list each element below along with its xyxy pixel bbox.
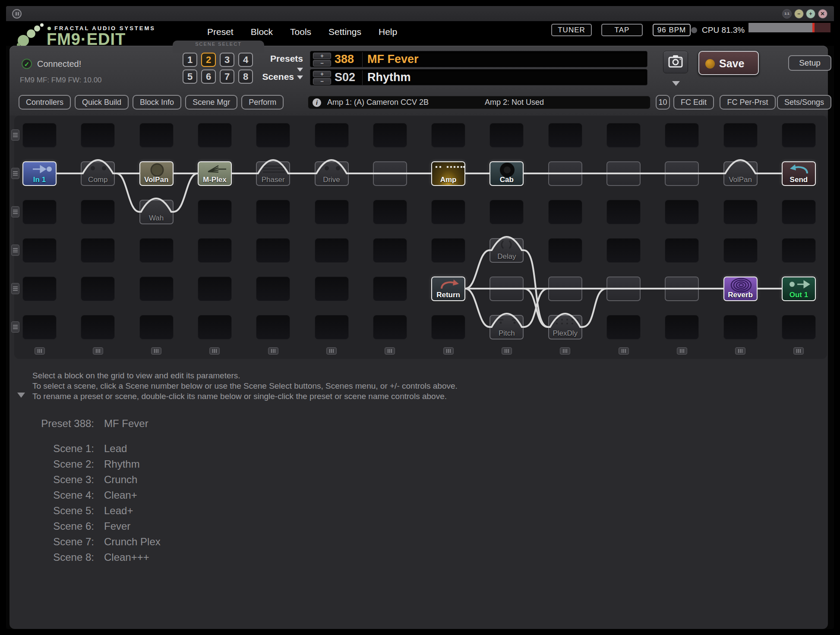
grid-cell[interactable] <box>373 315 407 340</box>
grid-cell[interactable] <box>198 238 232 263</box>
shunt-block[interactable] <box>373 161 407 186</box>
grid-cell[interactable] <box>198 200 232 224</box>
column-handle[interactable] <box>793 347 804 355</box>
column-handle[interactable] <box>209 347 220 355</box>
row-handle[interactable] <box>11 206 19 217</box>
grid-cell[interactable] <box>489 123 524 148</box>
column-handle[interactable] <box>268 347 278 355</box>
menu-help[interactable]: Help <box>379 27 397 37</box>
block-pitch[interactable]: Pitch <box>489 315 524 340</box>
shunt-block[interactable] <box>665 161 699 186</box>
grid-cell[interactable] <box>431 200 465 224</box>
grid-cell[interactable] <box>315 315 349 340</box>
toolbar-block-info[interactable]: Block Info <box>133 95 181 110</box>
column-handle[interactable] <box>560 347 570 355</box>
grid-cell[interactable] <box>81 277 115 301</box>
scene-increment-button[interactable]: + <box>313 71 331 77</box>
block-delay[interactable]: Delay <box>489 238 524 263</box>
grid-cell[interactable] <box>81 200 115 224</box>
footer-scene-2-name[interactable]: Rhythm <box>104 458 140 470</box>
footer-scene-1-name[interactable]: Lead <box>104 443 127 455</box>
block-volpan[interactable]: VolPan <box>723 161 758 186</box>
grid-cell[interactable] <box>665 315 699 340</box>
grid-cell[interactable] <box>548 123 582 148</box>
grid-cell[interactable] <box>315 123 349 148</box>
block-return[interactable]: Return <box>431 277 465 301</box>
grid-cell[interactable] <box>723 123 758 148</box>
setup-button[interactable]: Setup <box>788 55 831 71</box>
scene-button-1[interactable]: 1 <box>183 53 197 67</box>
scene-button-2[interactable]: 2 <box>201 53 216 67</box>
snapshot-button[interactable] <box>663 51 688 73</box>
grid-cell[interactable] <box>489 200 524 224</box>
grid-cell[interactable] <box>606 238 641 263</box>
block-volpan[interactable]: VolPan <box>139 161 174 186</box>
toolbar-scene-mgr[interactable]: Scene Mgr <box>185 95 237 110</box>
grid-cell[interactable] <box>198 277 232 301</box>
shunt-block[interactable] <box>548 161 582 186</box>
column-handle[interactable] <box>735 347 745 355</box>
footer-scene-7-name[interactable]: Crunch Plex <box>104 536 161 548</box>
block-wah[interactable]: Wah <box>139 200 174 224</box>
grid-cell[interactable] <box>315 238 349 263</box>
column-handle[interactable] <box>35 347 45 355</box>
scene-button-7[interactable]: 7 <box>220 69 234 84</box>
grid-cell[interactable] <box>81 315 115 340</box>
grid-cell[interactable] <box>373 123 407 148</box>
shunt-block[interactable] <box>606 277 641 301</box>
close-icon[interactable]: ✕ <box>818 9 827 19</box>
grid-cell[interactable] <box>723 238 758 263</box>
grid-cell[interactable] <box>22 238 57 263</box>
bpm-display[interactable]: 96 BPM <box>653 24 691 36</box>
grid-cell[interactable] <box>22 277 57 301</box>
shunt-block[interactable] <box>548 277 582 301</box>
shunt-block[interactable] <box>489 277 524 301</box>
scene-button-4[interactable]: 4 <box>238 53 253 67</box>
grid-cell[interactable] <box>256 238 290 263</box>
column-handle[interactable] <box>619 347 629 355</box>
grid-cell[interactable] <box>22 123 57 148</box>
scene-name[interactable]: Rhythm <box>367 71 411 84</box>
grid-cell[interactable] <box>782 123 816 148</box>
column-handle[interactable] <box>93 347 103 355</box>
row-handle[interactable] <box>11 283 19 294</box>
block-send[interactable]: Send <box>782 161 816 186</box>
scene-button-6[interactable]: 6 <box>201 69 216 84</box>
tap-button[interactable]: TAP <box>601 24 643 36</box>
grid-cell[interactable] <box>256 200 290 224</box>
grid-cell[interactable] <box>606 123 641 148</box>
block-in-1[interactable]: In 1 <box>22 161 57 186</box>
grid-cell[interactable] <box>431 315 465 340</box>
grid-cell[interactable] <box>373 277 407 301</box>
grid-cell[interactable] <box>198 123 232 148</box>
grid-cell[interactable] <box>256 315 290 340</box>
shunt-block[interactable] <box>606 161 641 186</box>
grid-cell[interactable] <box>256 277 290 301</box>
toolbar-10[interactable]: 10 <box>656 95 670 110</box>
preset-increment-button[interactable]: + <box>313 53 331 59</box>
block-cab[interactable]: Cab <box>489 161 524 186</box>
block-out-1[interactable]: Out 1 <box>782 277 816 301</box>
zoom-in-icon[interactable]: + <box>806 9 815 19</box>
scene-display[interactable]: + − S02 Rhythm <box>310 69 647 85</box>
actual-size-icon[interactable]: 1:1 <box>782 9 792 19</box>
toolbar-quick-build[interactable]: Quick Build <box>75 95 129 110</box>
block-drive[interactable]: Drive <box>315 161 349 186</box>
grid-cell[interactable] <box>431 123 465 148</box>
column-handle[interactable] <box>443 347 454 355</box>
tuner-button[interactable]: TUNER <box>551 24 592 36</box>
minimize-icon[interactable]: − <box>794 9 804 19</box>
grid-cell[interactable] <box>139 123 174 148</box>
footer-scene-4-name[interactable]: Clean+ <box>104 489 137 501</box>
preset-decrement-button[interactable]: − <box>313 60 331 66</box>
grid-cell[interactable] <box>548 200 582 224</box>
row-handle[interactable] <box>11 245 19 256</box>
scene-decrement-button[interactable]: − <box>313 78 331 85</box>
column-handle[interactable] <box>326 347 337 355</box>
title-bar[interactable]: 1:1−+✕ <box>6 6 834 22</box>
grid-cell[interactable] <box>139 315 174 340</box>
presets-menu[interactable]: Presets <box>262 53 303 74</box>
grid-cell[interactable] <box>606 200 641 224</box>
grid-cell[interactable] <box>22 315 57 340</box>
row-handle[interactable] <box>11 129 19 141</box>
